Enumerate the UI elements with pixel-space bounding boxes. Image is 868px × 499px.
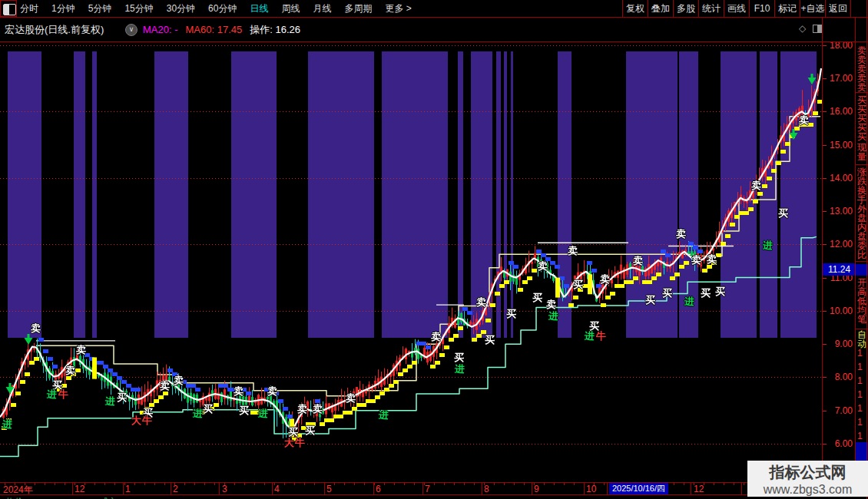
toolbar-button-3[interactable]: 统计 xyxy=(698,0,724,17)
x-minor-tick xyxy=(414,483,415,485)
x-minor-tick xyxy=(144,483,145,485)
period-tab-9[interactable]: 多周期 xyxy=(344,2,372,15)
month-separator xyxy=(324,483,325,494)
date-axis: 2024年1212345678910122025/10/16/四 xyxy=(0,482,855,495)
x-minor-tick xyxy=(314,483,315,485)
x-minor-tick xyxy=(364,483,365,485)
x-minor-tick xyxy=(214,483,215,485)
x-minor-tick xyxy=(574,483,575,485)
signal-marker: 卖 xyxy=(174,375,184,385)
signal-marker: 进 xyxy=(379,410,389,420)
y-axis-label: 13.00 xyxy=(830,206,853,216)
signal-marker: 卖 xyxy=(568,246,578,256)
signal-marker: 卖 xyxy=(633,256,643,266)
x-minor-tick xyxy=(724,483,724,485)
signal-marker: 买 xyxy=(288,427,298,437)
signal-marker: 卖 xyxy=(65,365,75,375)
signal-marker: 进 xyxy=(455,364,465,374)
x-minor-tick xyxy=(45,483,45,485)
x-minor-tick xyxy=(444,483,445,485)
x-minor-tick xyxy=(684,483,684,485)
signal-marker: 卖 xyxy=(31,323,41,333)
x-minor-tick xyxy=(554,483,555,485)
month-separator xyxy=(691,483,691,494)
x-minor-tick xyxy=(55,483,55,485)
chart-title-bar: 宏达股份(日线.前复权) ∨ MA20: -MA60: 17.45操作: 16.… xyxy=(0,17,868,42)
signal-marker: 卖 xyxy=(799,115,809,125)
toolbar-button-6[interactable]: 标记 xyxy=(774,0,800,17)
signal-marker: 大 xyxy=(131,415,141,425)
x-minor-tick xyxy=(464,483,465,485)
cropped-text-fragment: 均价 xyxy=(6,496,23,499)
x-minor-tick xyxy=(284,483,285,485)
cropped-text-fragment: 成交 xyxy=(100,496,117,499)
x-axis-label: 10 xyxy=(586,484,596,494)
period-tab-8[interactable]: 月线 xyxy=(313,2,331,15)
x-minor-tick xyxy=(94,483,95,485)
month-separator xyxy=(422,483,423,494)
signal-marker: 卖 xyxy=(546,299,556,309)
signal-marker: 卖 xyxy=(297,404,307,414)
period-tab-6[interactable]: 日线 xyxy=(250,2,268,15)
y-tick xyxy=(823,377,827,378)
signal-marker: 牛 xyxy=(596,331,606,341)
period-tab-0[interactable]: 分时 xyxy=(20,2,38,15)
toolbar-button-1[interactable]: 叠加 xyxy=(648,0,673,17)
toolbar-button-8[interactable]: 返回 xyxy=(825,0,851,17)
signal-marker: 牛 xyxy=(295,438,305,448)
signal-marker: 买 xyxy=(117,392,127,402)
x-minor-tick xyxy=(264,483,265,485)
toolbar-button-2[interactable]: 多股 xyxy=(673,0,698,17)
period-tab-7[interactable]: 周线 xyxy=(281,2,300,15)
signal-marker: 卖 xyxy=(691,255,701,265)
frame-line xyxy=(866,0,867,499)
month-separator xyxy=(482,483,482,494)
signal-marker: 买 xyxy=(239,405,249,415)
period-tab-3[interactable]: 15分钟 xyxy=(124,2,153,15)
signal-marker: 卖 xyxy=(751,180,761,190)
signal-marker: 买 xyxy=(506,309,516,319)
period-tab-5[interactable]: 60分钟 xyxy=(208,2,237,15)
signal-marker: 卖 xyxy=(267,386,277,396)
cursor-date-tag: 2025/10/16/四 xyxy=(609,483,668,494)
y-tick xyxy=(823,111,827,112)
x-minor-tick xyxy=(524,483,525,485)
signal-marker: 进 xyxy=(684,296,694,306)
x-minor-tick xyxy=(35,483,35,485)
month-separator xyxy=(741,483,742,494)
x-minor-tick xyxy=(374,483,375,485)
signal-marker: 卖 xyxy=(476,297,486,307)
x-axis-label: 12 xyxy=(694,484,704,494)
signal-marker: 进 xyxy=(193,408,203,418)
x-minor-tick xyxy=(344,483,345,485)
y-tick xyxy=(823,278,827,279)
y-axis-label: 9.00 xyxy=(835,339,853,349)
period-tab-4[interactable]: 30分钟 xyxy=(167,2,195,15)
month-separator xyxy=(72,483,73,494)
signal-marker: 买 xyxy=(573,279,583,289)
diamond-icon[interactable]: ◇ xyxy=(799,23,806,34)
x-minor-tick xyxy=(114,483,115,485)
frame-line xyxy=(0,17,868,18)
x-axis-label: 1 xyxy=(125,484,131,494)
signal-marker: 买 xyxy=(701,288,711,298)
toolbar-button-7[interactable]: +自选 xyxy=(800,0,825,17)
toolbar-button-4[interactable]: 画线 xyxy=(724,0,749,17)
indicator-values: MA20: -MA60: 17.45操作: 16.26 xyxy=(143,23,308,37)
toolbar-button-0[interactable]: 复权 xyxy=(622,0,648,17)
period-tab-1[interactable]: 1分钟 xyxy=(51,2,75,15)
x-minor-tick xyxy=(514,483,515,485)
signal-marker: 买 xyxy=(532,292,542,302)
period-tab-2[interactable]: 5分钟 xyxy=(88,2,112,15)
chart-area: 进卖卖卖买进牛进买买大牛卖卖进买卖买进卖买大牛卖卖买卖进卖买进卖买买买卖进买进牛… xyxy=(0,42,822,482)
signal-marker: 牛 xyxy=(58,389,68,399)
x-minor-tick xyxy=(394,483,395,485)
toolbar-button-5[interactable]: F10 xyxy=(749,0,774,17)
y-tick xyxy=(823,444,827,444)
x-minor-tick xyxy=(674,483,674,485)
signal-marker: 买 xyxy=(305,425,315,435)
signal-marker: 卖 xyxy=(234,386,244,396)
period-tab-10[interactable]: 更多 > xyxy=(385,2,411,15)
chevron-down-circle-icon[interactable]: ∨ xyxy=(125,24,137,36)
window-layout-icon[interactable] xyxy=(3,4,16,15)
